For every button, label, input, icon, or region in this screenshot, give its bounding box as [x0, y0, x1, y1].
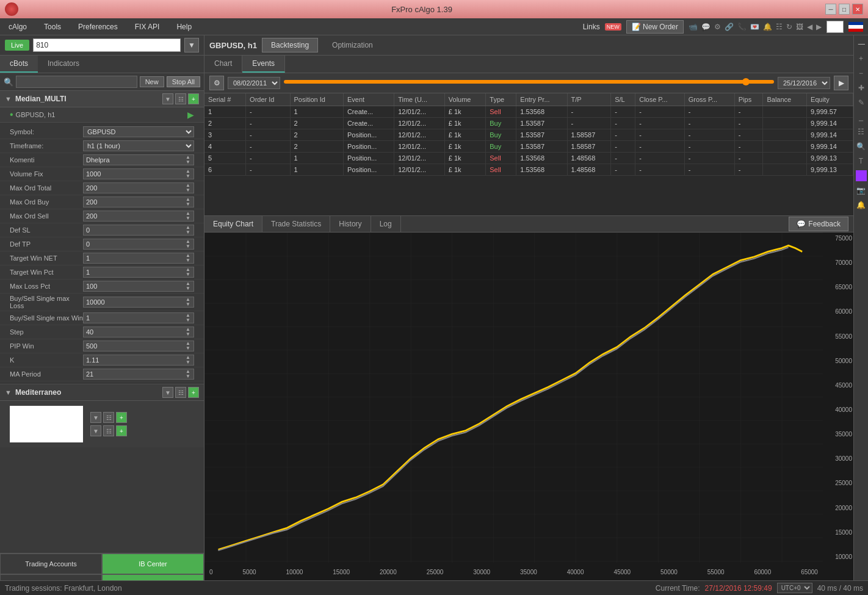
volume-fix-input[interactable] [84, 170, 185, 178]
start-date-select[interactable]: 08/02/2011 [228, 77, 280, 89]
link-icon[interactable]: 🔗 [725, 23, 734, 31]
live-button[interactable]: Live [5, 40, 29, 51]
camera-icon[interactable]: 📹 [689, 23, 698, 31]
email-icon[interactable]: 💌 [750, 23, 759, 31]
buy-sell-max-loss-input[interactable] [84, 298, 185, 306]
rs-bell-icon[interactable]: 🔔 [855, 199, 867, 211]
events-table-container[interactable]: Serial # Order Id Position Id Event Time… [204, 93, 853, 215]
date-slider[interactable] [284, 80, 774, 84]
rs-camera2-icon[interactable]: 📷 [855, 184, 867, 197]
x-label-50000: 50000 [660, 569, 678, 579]
y-label-15000: 15000 [824, 529, 852, 536]
menu-help[interactable]: Help [173, 20, 195, 34]
arrow-right-icon[interactable]: ▶ [816, 23, 822, 31]
account-input[interactable] [33, 38, 181, 52]
monitor-icon[interactable]: 🖼 [796, 23, 803, 31]
rs-cursor-icon[interactable]: ⸻ [855, 38, 867, 50]
rs-zoom-icon[interactable]: 🔍 [855, 140, 867, 153]
tab-chart[interactable]: Chart [204, 56, 242, 73]
max-ord-sell-input[interactable] [84, 212, 185, 220]
komenti-input[interactable] [84, 156, 185, 164]
chat-icon[interactable]: 💬 [701, 23, 711, 31]
rs-line-icon[interactable]: ⎯ [855, 111, 867, 123]
med-ctrl-3[interactable]: + [116, 412, 127, 423]
target-win-pct-input[interactable] [84, 268, 185, 276]
settings-button[interactable]: ⚙ [209, 76, 224, 90]
rs-text-icon[interactable]: T [855, 155, 867, 167]
maximize-button[interactable]: □ [839, 4, 850, 15]
arrow-left-icon[interactable]: ◀ [807, 23, 812, 31]
menu-fixapi[interactable]: FIX API [131, 20, 164, 34]
grid-icon[interactable]: ☷ [776, 23, 783, 31]
def-tp-input[interactable] [84, 240, 185, 248]
tab-backtesting[interactable]: Backtesting [262, 38, 318, 52]
menu-tools[interactable]: Tools [40, 20, 65, 34]
play-forward-button[interactable]: ▶ [834, 76, 848, 90]
trading-accounts-button[interactable]: Trading Accounts [0, 554, 102, 574]
med-ctrl-4[interactable]: ▼ [90, 425, 101, 436]
stop-all-button[interactable]: Stop All [167, 76, 200, 87]
max-ord-total-input[interactable] [84, 184, 185, 192]
target-win-net-input[interactable] [84, 254, 185, 262]
tab-indicators[interactable]: Indicators [38, 56, 89, 73]
close-button[interactable]: ✕ [852, 4, 863, 15]
rs-plus-icon[interactable]: + [855, 52, 867, 65]
table-row: 2-2Create...12/01/2...£ 1kBuy1.53587----… [204, 118, 853, 129]
bot-settings-btn[interactable]: ▼ [162, 93, 173, 104]
end-date-select[interactable]: 25/12/2016 [778, 77, 830, 89]
rs-grid-icon[interactable]: ☷ [855, 126, 867, 138]
feedback-button[interactable]: 💬 Feedback [789, 217, 848, 231]
rs-minus-icon[interactable]: − [855, 67, 867, 79]
refresh-icon[interactable]: ↻ [786, 23, 792, 31]
symbol-select[interactable]: GBPUSD [83, 126, 194, 137]
refresh-button[interactable]: ▼ [184, 38, 199, 52]
med-ctrl-5[interactable]: ☷ [103, 425, 114, 436]
ib-center-button[interactable]: IB Center [102, 554, 204, 574]
new-order-button[interactable]: 📝 New Order [626, 20, 684, 34]
search-input[interactable] [16, 76, 137, 88]
bot-group-btn[interactable]: ☷ [175, 93, 186, 104]
tab-log[interactable]: Log [371, 216, 401, 232]
timezone-select[interactable]: UTC+0 [777, 583, 812, 593]
expand-arrow-med[interactable]: ▼ [5, 389, 12, 396]
max-ord-buy-input[interactable] [84, 198, 185, 206]
menu-calgo[interactable]: cAlgo [5, 20, 31, 34]
med-settings-btn[interactable]: ▼ [162, 387, 173, 398]
max-loss-pct-input[interactable] [84, 282, 185, 290]
x-label-20000: 20000 [380, 569, 397, 579]
med-ctrl-2[interactable]: ☷ [103, 412, 114, 423]
phone-icon[interactable]: 📞 [737, 23, 747, 31]
table-row: 1-1Create...12/01/2...£ 1kSell1.53568---… [204, 106, 853, 118]
bell-icon[interactable]: 🔔 [763, 23, 772, 31]
pip-win-input[interactable] [84, 342, 185, 350]
rs-pen-icon[interactable]: ✎ [855, 96, 867, 109]
med-group-btn[interactable]: ☷ [175, 387, 186, 398]
med-ctrl-6[interactable]: + [116, 425, 127, 436]
rs-color-icon[interactable] [856, 170, 867, 181]
timeframe-select[interactable]: h1 (1 hour) [83, 140, 194, 151]
bot-add-btn[interactable]: + [188, 93, 199, 104]
tab-cbots[interactable]: cBots [0, 56, 38, 73]
settings-icon[interactable]: ⚙ [714, 23, 721, 31]
play-button[interactable]: ▶ [187, 110, 194, 120]
param-timeframe: Timeframe: h1 (1 hour) [0, 139, 204, 153]
def-sl-input[interactable] [84, 226, 185, 234]
buy-sell-max-win-input[interactable] [84, 314, 185, 322]
step-input[interactable] [84, 328, 185, 336]
menu-preferences[interactable]: Preferences [74, 20, 121, 34]
tab-trade-statistics[interactable]: Trade Statistics [262, 216, 330, 232]
tab-equity-chart[interactable]: Equity Chart [204, 216, 262, 232]
med-add-btn[interactable]: + [188, 387, 199, 398]
x-label-30000: 30000 [473, 569, 490, 579]
med-ctrl-1[interactable]: ▼ [90, 412, 101, 423]
expand-arrow[interactable]: ▼ [5, 95, 12, 103]
tab-events[interactable]: Events [242, 56, 285, 73]
new-bot-button[interactable]: New [140, 76, 164, 87]
tab-optimization[interactable]: Optimization [323, 38, 382, 52]
rs-crosshair-icon[interactable]: ✚ [855, 82, 867, 94]
color-box[interactable] [826, 21, 844, 33]
minimize-button[interactable]: ─ [825, 4, 836, 15]
k-input[interactable] [84, 356, 185, 364]
ma-period-input[interactable] [84, 370, 185, 378]
tab-history[interactable]: History [330, 216, 371, 232]
